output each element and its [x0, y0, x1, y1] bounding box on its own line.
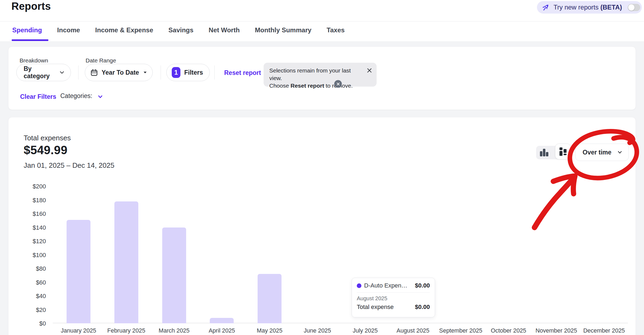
- tooltip-total-label: Total expense: [357, 304, 394, 311]
- rocket-icon: [542, 3, 550, 11]
- beta-pill-label: Try new reports (BETA): [554, 4, 622, 11]
- notice-line1: Selections remain from your last view.: [269, 67, 351, 81]
- x-tick-label: January 2025: [55, 327, 102, 334]
- spending-report-card: Total expenses $549.99 Jan 01, 2025 – De…: [8, 117, 636, 335]
- filters-count-badge: 1: [172, 67, 180, 78]
- breakdown-dropdown[interactable]: By category: [16, 64, 71, 81]
- tooltip-series-value: $0.00: [415, 282, 430, 289]
- y-tick-label: $40: [16, 293, 46, 300]
- metric-date-range: Jan 01, 2025 – Dec 14, 2025: [24, 161, 114, 170]
- stacked-bar-icon: [558, 146, 568, 157]
- x-tick-label: May 2025: [246, 327, 293, 334]
- categories-label: Categories:: [60, 92, 92, 100]
- filters-button[interactable]: 1 Filters: [166, 64, 210, 81]
- tooltip-divider: [357, 292, 430, 293]
- chart-bar-march-2025[interactable]: [162, 227, 186, 324]
- date-range-value: Year To Date: [102, 69, 139, 76]
- chart-bar-february-2025[interactable]: [114, 201, 138, 323]
- stacked-bar-chart-button[interactable]: [555, 144, 571, 159]
- tab-savings[interactable]: Savings: [168, 26, 193, 41]
- view-selector-label: Over time: [583, 149, 611, 156]
- y-tick-label: $0: [16, 320, 46, 327]
- chart-tooltip: D-Auto Expen… $0.00 August 2025 Total ex…: [352, 278, 435, 317]
- tab-monthly-summary[interactable]: Monthly Summary: [255, 26, 311, 41]
- x-tick-label: August 2025: [389, 327, 437, 334]
- x-tick-label: July 2025: [341, 327, 389, 334]
- chevron-down-icon: [617, 150, 623, 155]
- chart-bar-april-2025[interactable]: [210, 318, 234, 323]
- breakdown-value: By category: [24, 65, 59, 80]
- reports-page: Reports Try new reports (BETA): [0, 0, 644, 335]
- filters-button-label: Filters: [184, 69, 203, 76]
- y-tick-label: $120: [16, 238, 46, 245]
- divider: [78, 65, 79, 80]
- chevron-down-icon: [97, 94, 103, 100]
- toggle-knob: [628, 4, 634, 11]
- y-tick-label: $100: [16, 252, 46, 259]
- y-tick-label: $180: [16, 197, 46, 204]
- x-tick-label: June 2025: [293, 327, 341, 334]
- filters-card: Breakdown By category Date Range Year To…: [8, 46, 636, 110]
- date-range-label: Date Range: [86, 57, 116, 64]
- page-header: Reports Try new reports (BETA): [0, 0, 644, 41]
- tooltip-total-value: $0.00: [415, 304, 430, 311]
- header-divider: [0, 21, 644, 21]
- remove-filter-icon[interactable]: [334, 80, 342, 88]
- tab-taxes[interactable]: Taxes: [327, 26, 345, 41]
- calendar-icon: [90, 69, 98, 76]
- reset-report-link[interactable]: Reset report: [224, 69, 261, 77]
- y-tick-label: $140: [16, 224, 46, 231]
- x-tick-label: April 2025: [198, 327, 246, 334]
- report-tabs: SpendingIncomeIncome & ExpenseSavingsNet…: [12, 26, 345, 41]
- y-tick-label: $60: [16, 279, 46, 286]
- grouped-bar-icon: [539, 147, 549, 158]
- view-selector-dropdown[interactable]: Over time: [575, 144, 629, 161]
- categories-dropdown[interactable]: Categories:: [60, 92, 103, 100]
- chart-bar-may-2025[interactable]: [258, 274, 282, 323]
- tab-income[interactable]: Income: [57, 26, 80, 41]
- divider: [161, 65, 161, 80]
- caret-down-icon: [143, 71, 147, 74]
- y-tick-label: $80: [16, 265, 46, 272]
- date-range-dropdown[interactable]: Year To Date: [85, 64, 153, 81]
- y-tick-label: $200: [16, 183, 46, 190]
- y-tick-label: $20: [16, 306, 46, 314]
- x-tick-label: October 2025: [485, 327, 533, 334]
- metric-label: Total expenses: [24, 134, 71, 142]
- chart-bar-january-2025[interactable]: [67, 220, 90, 323]
- grouped-bar-chart-button[interactable]: [536, 146, 552, 159]
- page-title: Reports: [11, 1, 51, 12]
- selections-notice: Selections remain from your last view. C…: [264, 63, 377, 87]
- try-new-reports-pill[interactable]: Try new reports (BETA): [537, 1, 642, 14]
- tooltip-series-name: D-Auto Expen…: [364, 282, 412, 289]
- y-tick-label: $160: [16, 210, 46, 217]
- metric-value: $549.99: [24, 143, 67, 157]
- x-tick-label: November 2025: [532, 327, 580, 334]
- tab-net-worth[interactable]: Net Worth: [209, 26, 240, 41]
- chevron-down-icon: [59, 70, 65, 75]
- clear-filters-link[interactable]: Clear Filters: [20, 93, 56, 100]
- divider: [214, 65, 215, 80]
- beta-toggle[interactable]: [628, 4, 640, 11]
- x-tick-label: March 2025: [150, 327, 198, 334]
- tooltip-period: August 2025: [357, 295, 430, 302]
- x-tick-label: February 2025: [102, 327, 150, 334]
- x-tick-label: December 2025: [580, 327, 628, 334]
- tab-income-expense[interactable]: Income & Expense: [95, 26, 153, 41]
- breakdown-label: Breakdown: [20, 57, 48, 64]
- x-tick-label: September 2025: [437, 327, 485, 334]
- x-axis-line: [53, 323, 628, 323]
- series-color-dot: [357, 283, 361, 288]
- close-icon[interactable]: [367, 68, 372, 73]
- tab-spending[interactable]: Spending: [12, 26, 42, 41]
